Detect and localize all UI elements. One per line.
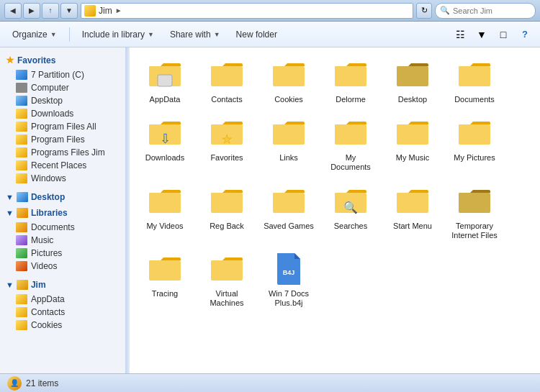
file-item[interactable]: Cookies	[261, 55, 317, 107]
drive-icon	[16, 70, 27, 80]
file-item[interactable]: Reg Back	[199, 181, 255, 243]
sidebar-item-recentplaces[interactable]: Recent Places	[0, 159, 125, 172]
file-item[interactable]: My Documents	[323, 113, 379, 175]
file-item[interactable]: Tracing	[137, 249, 193, 311]
folder-icon	[16, 294, 27, 304]
svg-rect-43	[211, 260, 243, 281]
icons-grid: AppData Contacts Cookies Delorme Desktop…	[137, 55, 533, 311]
file-item[interactable]: Virtual Machines	[199, 249, 255, 311]
libraries-section-header[interactable]: ▼ Libraries	[0, 205, 125, 221]
svg-text:★: ★	[222, 133, 232, 145]
jim-section-header[interactable]: ▼ Jim	[0, 277, 125, 293]
file-item[interactable]: ★ Favorites	[199, 113, 255, 175]
share-with-button[interactable]: Share with ▼	[163, 25, 227, 44]
back-button[interactable]: ◀	[4, 3, 22, 19]
sidebar-item-music[interactable]: Music	[0, 234, 125, 247]
file-item-label: Saved Games	[264, 222, 314, 231]
desktop-section-header[interactable]: ▼ Desktop	[0, 189, 125, 205]
svg-rect-20	[273, 124, 305, 145]
favorites-section-header[interactable]: ★ Favorites	[0, 52, 125, 68]
file-item-label: Searches	[334, 222, 367, 231]
sidebar-item-label: Music	[31, 235, 53, 245]
file-item[interactable]: Delorme	[323, 55, 379, 107]
views-dropdown-button[interactable]: ▼	[472, 25, 491, 44]
sidebar-item-computer[interactable]: Computer	[0, 81, 125, 94]
up-button[interactable]: ↑	[42, 3, 59, 19]
sidebar-item-downloads[interactable]: Downloads	[0, 107, 125, 120]
file-item[interactable]: AppData	[137, 55, 193, 107]
toolbar-separator-1	[69, 27, 70, 42]
file-item-label: Virtual Machines	[202, 289, 252, 308]
sidebar-item-jim-appdata[interactable]: AppData	[0, 293, 125, 306]
dropdown-button[interactable]: ▼	[60, 3, 78, 19]
file-item-label: Delorme	[336, 95, 366, 104]
search-box[interactable]: 🔍	[435, 3, 536, 19]
sidebar-item-windows[interactable]: Windows	[0, 172, 125, 185]
file-item[interactable]: My Music	[384, 113, 441, 175]
file-item-label: Start Menu	[393, 222, 432, 231]
sidebar-item-label: Computer	[31, 83, 69, 93]
sidebar: ★ Favorites 7 Partition (C) Computer Des…	[0, 47, 126, 373]
file-item-label: Reg Back	[210, 222, 244, 231]
help-button[interactable]: ?	[516, 25, 534, 44]
svg-text:🔍: 🔍	[343, 201, 358, 214]
sidebar-item-label: Cookies	[31, 320, 62, 330]
pictures-icon	[16, 248, 27, 258]
sidebar-item-programfilesall[interactable]: Program Files All	[0, 120, 125, 133]
file-item-icon: 🔍	[333, 184, 368, 219]
file-item-icon	[210, 184, 244, 219]
sidebar-item-jim-cookies[interactable]: Cookies	[0, 319, 125, 332]
views-button[interactable]: ☷	[451, 25, 469, 44]
svg-rect-26	[459, 124, 490, 145]
file-item[interactable]: Temporary Internet Files	[446, 181, 503, 243]
file-item[interactable]: Contacts	[199, 55, 255, 107]
file-item-icon	[457, 116, 492, 150]
file-item-icon: ⇩	[148, 116, 182, 150]
svg-rect-24	[397, 124, 428, 145]
file-item[interactable]: My Videos	[137, 181, 193, 243]
sidebar-item-desktop[interactable]: Desktop	[0, 94, 125, 107]
title-bar: ◀ ▶ ↑ ▼ Jim ► ↻ 🔍	[0, 0, 540, 22]
sidebar-item-videos[interactable]: Videos	[0, 260, 125, 273]
file-item[interactable]: Documents	[446, 55, 503, 107]
sidebar-item-label: Program Files All	[31, 122, 96, 132]
file-item-icon	[210, 58, 244, 92]
share-with-chevron-icon: ▼	[214, 31, 220, 38]
file-item-icon	[333, 116, 368, 150]
refresh-button[interactable]: ↻	[416, 3, 432, 19]
folder-icon	[16, 135, 27, 145]
folder-icon	[16, 160, 27, 170]
file-item[interactable]: Saved Games	[261, 181, 317, 243]
sidebar-item-pictures[interactable]: Pictures	[0, 247, 125, 260]
svg-rect-39	[459, 193, 490, 213]
file-item-label: Downloads	[145, 153, 184, 163]
file-item[interactable]: B4J Win 7 Docs Plus.b4j	[261, 249, 317, 311]
sidebar-item-documents[interactable]: Documents	[0, 221, 125, 234]
status-bar: 👤 21 items	[0, 373, 540, 392]
sidebar-item-programfilesjim[interactable]: Programs Files Jim	[0, 146, 125, 159]
new-folder-button[interactable]: New folder	[230, 25, 284, 44]
file-item[interactable]: Start Menu	[384, 181, 441, 243]
include-library-chevron-icon: ▼	[148, 31, 154, 38]
documents-lib-icon	[16, 222, 27, 232]
search-input[interactable]	[453, 6, 531, 15]
sidebar-item-7partition[interactable]: 7 Partition (C)	[0, 68, 125, 81]
file-item-label: Desktop	[398, 95, 427, 104]
sidebar-item-programfiles[interactable]: Program Files	[0, 133, 125, 146]
status-left: 👤 21 items	[7, 376, 58, 391]
file-item-icon	[457, 58, 492, 92]
file-item-label: Documents	[454, 95, 495, 104]
address-bar[interactable]: Jim ►	[81, 3, 413, 19]
forward-button[interactable]: ▶	[23, 3, 40, 19]
include-library-button[interactable]: Include in library ▼	[76, 25, 161, 44]
file-item[interactable]: My Pictures	[446, 113, 503, 175]
preview-pane-button[interactable]: □	[494, 25, 513, 44]
organize-button[interactable]: Organize ▼	[6, 25, 63, 44]
file-item[interactable]: Links	[261, 113, 317, 175]
file-item[interactable]: ⇩ Downloads	[137, 113, 193, 175]
file-item[interactable]: Desktop	[384, 55, 441, 107]
file-item[interactable]: 🔍 Searches	[323, 181, 379, 243]
desktop-label: Desktop	[31, 192, 65, 202]
sidebar-item-jim-contacts[interactable]: Contacts	[0, 306, 125, 319]
svg-rect-6	[273, 66, 305, 86]
